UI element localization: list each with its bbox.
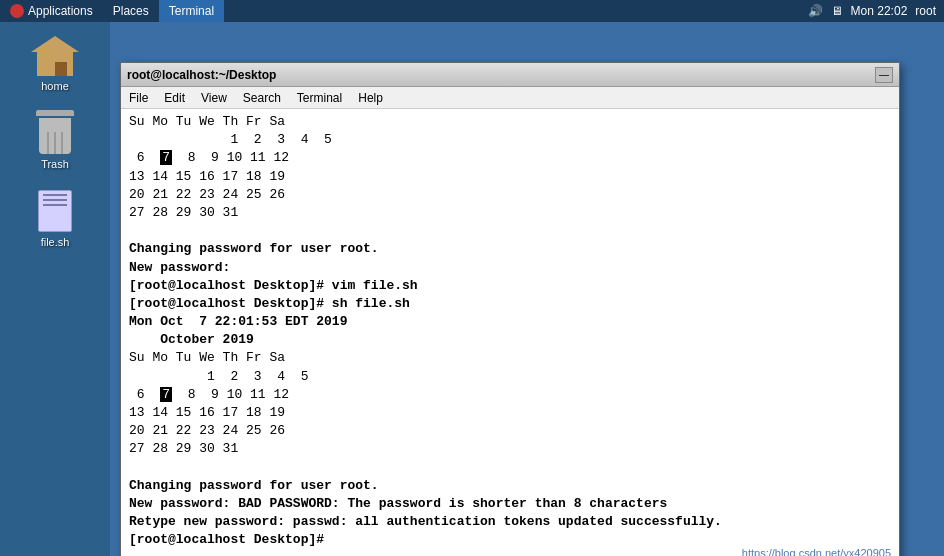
file-line-2	[43, 199, 67, 201]
highlighted-day-2: 7	[160, 387, 172, 402]
home-door	[55, 62, 67, 76]
home-label: home	[41, 80, 69, 92]
term-line-3: 6 7 8 9 10 11 12	[129, 149, 891, 167]
taskbar-right: 🔊 🖥 Mon 22:02 root	[808, 4, 944, 18]
menu-view[interactable]: View	[193, 87, 235, 109]
term-line-8: Changing password for user root.	[129, 240, 891, 258]
term-line-9: New password:	[129, 259, 891, 277]
app-icon	[10, 4, 24, 18]
trash-icon	[36, 110, 74, 154]
terminal-title: root@localhost:~/Desktop	[127, 68, 276, 82]
term-line-19: 27 28 29 30 31	[129, 440, 891, 458]
trash-line-3	[61, 132, 63, 154]
term-line-7	[129, 222, 891, 240]
taskbar-applications[interactable]: Applications	[0, 0, 103, 22]
term-line-1: Su Mo Tu We Th Fr Sa	[129, 113, 891, 131]
datetime: Mon 22:02	[851, 4, 908, 18]
file-line-1	[43, 194, 67, 196]
menu-help[interactable]: Help	[350, 87, 391, 109]
menu-edit[interactable]: Edit	[156, 87, 193, 109]
user-label: root	[915, 4, 936, 18]
desktop-panel: home Trash file.s	[0, 22, 110, 556]
term-line-22: New password: BAD PASSWORD: The password…	[129, 495, 891, 513]
terminal-menubar: File Edit View Search Terminal Help	[121, 87, 899, 109]
home-icon	[31, 36, 79, 76]
taskbar-places[interactable]: Places	[103, 0, 159, 22]
file-icon	[36, 188, 74, 232]
file-line-3	[43, 204, 67, 206]
taskbar: Applications Places Terminal 🔊 🖥 Mon 22:…	[0, 0, 944, 22]
term-line-2: 1 2 3 4 5	[129, 131, 891, 149]
term-line-23: Retype new password: passwd: all authent…	[129, 513, 891, 531]
desktop: home Trash file.s	[0, 22, 944, 556]
trash-line-2	[54, 132, 56, 154]
term-line-13: October 2019	[129, 331, 891, 349]
term-line-6: 27 28 29 30 31	[129, 204, 891, 222]
term-line-10: [root@localhost Desktop]# vim file.sh	[129, 277, 891, 295]
terminal-minimize-button[interactable]: —	[875, 67, 893, 83]
term-line-14: Su Mo Tu We Th Fr Sa	[129, 349, 891, 367]
desktop-icon-trash[interactable]: Trash	[15, 106, 95, 174]
terminal-titlebar: root@localhost:~/Desktop —	[121, 63, 899, 87]
terminal-body[interactable]: Su Mo Tu We Th Fr Sa 1 2 3 4 5 6 7 8 9 1…	[121, 109, 899, 556]
term-line-21: Changing password for user root.	[129, 477, 891, 495]
file-label: file.sh	[41, 236, 70, 248]
trash-label: Trash	[41, 158, 69, 170]
menu-file[interactable]: File	[121, 87, 156, 109]
desktop-icon-home[interactable]: home	[15, 32, 95, 96]
taskbar-terminal[interactable]: Terminal	[159, 0, 224, 22]
file-body	[38, 190, 72, 232]
term-line-17: 13 14 15 16 17 18 19	[129, 404, 891, 422]
term-line-16: 6 7 8 9 10 11 12	[129, 386, 891, 404]
highlighted-day-1: 7	[160, 150, 172, 165]
term-line-4: 13 14 15 16 17 18 19	[129, 168, 891, 186]
desktop-icon-file[interactable]: file.sh	[15, 184, 95, 252]
trash-line-1	[47, 132, 49, 154]
volume-icon: 🔊	[808, 4, 823, 18]
term-line-15: 1 2 3 4 5	[129, 368, 891, 386]
term-line-18: 20 21 22 23 24 25 26	[129, 422, 891, 440]
home-body	[37, 50, 73, 76]
term-line-5: 20 21 22 23 24 25 26	[129, 186, 891, 204]
trash-lid	[36, 110, 74, 116]
menu-terminal[interactable]: Terminal	[289, 87, 350, 109]
terminal-window: root@localhost:~/Desktop — File Edit Vie…	[120, 62, 900, 556]
trash-body	[39, 118, 71, 154]
network-icon: 🖥	[831, 4, 843, 18]
term-line-20	[129, 459, 891, 477]
menu-search[interactable]: Search	[235, 87, 289, 109]
term-line-11: [root@localhost Desktop]# sh file.sh	[129, 295, 891, 313]
watermark: https://blog.csdn.net/yx420905	[742, 546, 891, 556]
taskbar-left: Applications Places Terminal	[0, 0, 224, 22]
term-line-12: Mon Oct 7 22:01:53 EDT 2019	[129, 313, 891, 331]
